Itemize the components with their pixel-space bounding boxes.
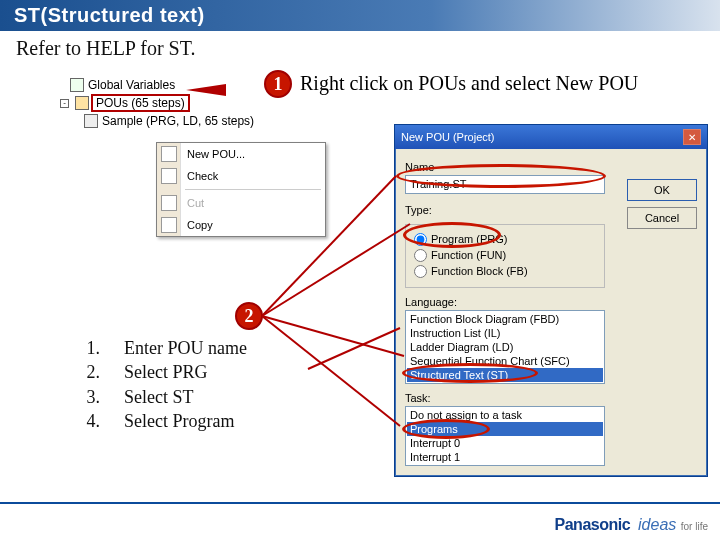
name-label: Name xyxy=(405,161,697,173)
tree-node-pous[interactable]: - POUs (65 steps) xyxy=(60,94,254,112)
folder-icon xyxy=(75,96,89,110)
menu-item-cut: Cut xyxy=(157,192,325,214)
lang-option[interactable]: Instruction List (IL) xyxy=(407,326,603,340)
context-menu: New POU... Check Cut Copy xyxy=(156,142,326,237)
project-tree: Global Variables - POUs (65 steps) Sampl… xyxy=(60,76,254,130)
tree-node-global-vars[interactable]: Global Variables xyxy=(70,76,254,94)
step-2-badge: 2 xyxy=(235,302,263,330)
lang-option[interactable]: Ladder Diagram (LD) xyxy=(407,340,603,354)
step-1-text: Right click on POUs and select New POU xyxy=(300,72,638,95)
check-icon xyxy=(161,168,177,184)
dialog-titlebar: New POU (Project) ✕ xyxy=(395,125,707,149)
task-option[interactable]: Do not assign to a task xyxy=(407,408,603,422)
list-item: 4.Select Program xyxy=(80,409,247,433)
page-subtitle: Refer to HELP for ST. xyxy=(0,31,720,62)
task-option[interactable]: Interrupt 0 xyxy=(407,436,603,450)
footer: Panasonic ideas for life xyxy=(0,502,720,540)
tree-label: Global Variables xyxy=(88,78,175,92)
menu-label: Cut xyxy=(187,197,204,209)
brand-logo: Panasonic ideas for life xyxy=(555,516,708,534)
ok-button[interactable]: OK xyxy=(627,179,697,201)
menu-label: New POU... xyxy=(187,148,245,160)
menu-item-new-pou[interactable]: New POU... xyxy=(157,143,325,165)
new-icon xyxy=(161,146,177,162)
task-option[interactable]: Interrupt 1 xyxy=(407,450,603,464)
lang-option-selected[interactable]: Structured Text (ST) xyxy=(407,368,603,382)
content-area: 1 Right click on POUs and select New POU… xyxy=(0,66,720,500)
menu-separator xyxy=(185,189,321,190)
menu-label: Check xyxy=(187,170,218,182)
list-item: 1.Enter POU name xyxy=(80,336,247,360)
name-input[interactable]: Training.ST xyxy=(405,175,605,194)
radio-program[interactable]: Program (PRG) xyxy=(414,231,596,247)
cancel-button[interactable]: Cancel xyxy=(627,207,697,229)
step-1-badge: 1 xyxy=(264,70,292,98)
tree-label: POUs (65 steps) xyxy=(93,96,188,110)
task-label: Task: xyxy=(405,392,697,404)
language-listbox[interactable]: Function Block Diagram (FBD) Instruction… xyxy=(405,310,605,384)
language-label: Language: xyxy=(405,296,697,308)
close-icon[interactable]: ✕ xyxy=(683,129,701,145)
type-group: Program (PRG) Function (FUN) Function Bl… xyxy=(405,224,605,288)
copy-icon xyxy=(161,217,177,233)
task-listbox[interactable]: Do not assign to a task Programs Interru… xyxy=(405,406,605,466)
page-title: ST(Structured text) xyxy=(0,0,720,31)
radio-function-block[interactable]: Function Block (FB) xyxy=(414,263,596,279)
list-item: 3.Select ST xyxy=(80,385,247,409)
new-pou-dialog: New POU (Project) ✕ Name Training.ST OK … xyxy=(394,124,708,477)
tree-node-sample[interactable]: Sample (PRG, LD, 65 steps) xyxy=(84,112,254,130)
radio-function[interactable]: Function (FUN) xyxy=(414,247,596,263)
task-option-selected[interactable]: Programs xyxy=(407,422,603,436)
list-item: 2.Select PRG xyxy=(80,360,247,384)
dialog-title: New POU (Project) xyxy=(401,131,495,143)
instruction-list: 1.Enter POU name 2.Select PRG 3.Select S… xyxy=(80,336,247,433)
module-icon xyxy=(84,114,98,128)
menu-label: Copy xyxy=(187,219,213,231)
menu-item-check[interactable]: Check xyxy=(157,165,325,187)
lang-option[interactable]: Sequential Function Chart (SFC) xyxy=(407,354,603,368)
menu-item-copy[interactable]: Copy xyxy=(157,214,325,236)
cut-icon xyxy=(161,195,177,211)
tree-label: Sample (PRG, LD, 65 steps) xyxy=(102,114,254,128)
collapse-icon[interactable]: - xyxy=(60,99,69,108)
lang-option[interactable]: Function Block Diagram (FBD) xyxy=(407,312,603,326)
sheet-icon xyxy=(70,78,84,92)
